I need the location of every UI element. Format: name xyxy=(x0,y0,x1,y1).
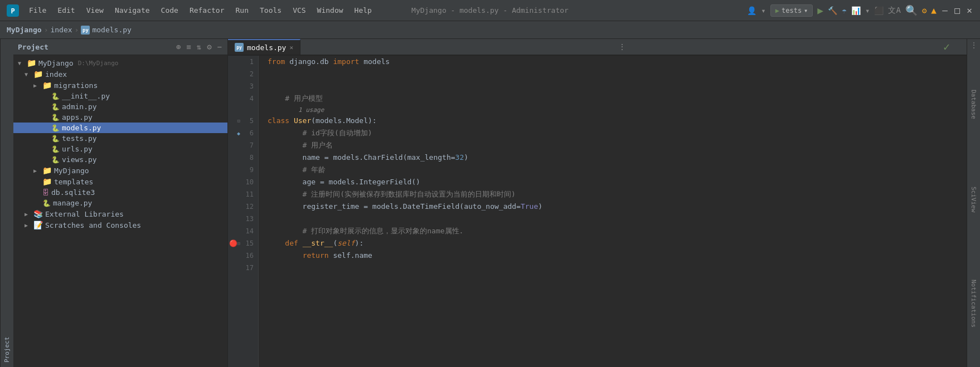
update-icon[interactable]: ▲ xyxy=(931,5,937,16)
tree-item-templates[interactable]: 📁 templates xyxy=(13,176,227,187)
fold-icon[interactable]: ⊟ xyxy=(237,118,240,124)
tree-item-init[interactable]: 🐍 __init__.py xyxy=(13,91,227,101)
maximize-button[interactable]: □ xyxy=(953,7,961,14)
keyword: import xyxy=(333,56,359,68)
code-text: ): xyxy=(355,237,364,249)
menu-window[interactable]: Window xyxy=(313,4,348,17)
builtin-keyword: True xyxy=(521,200,538,213)
run-config-selector[interactable]: ▶ tests ▾ xyxy=(770,4,813,17)
coverage-button[interactable]: ☂ xyxy=(842,6,846,15)
tree-item-manage[interactable]: 🐍 manage.py xyxy=(13,198,227,208)
line-number: 15 xyxy=(242,239,254,247)
code-line-13 xyxy=(268,213,958,225)
menu-file[interactable]: File xyxy=(25,4,51,17)
usage-hint-row: 1 usage xyxy=(268,105,958,115)
code-line-10: age = models.IntegerField() xyxy=(268,176,958,188)
sciview-panel-toggle[interactable]: SciView xyxy=(968,183,979,216)
menu-tools[interactable]: Tools xyxy=(255,4,286,17)
tree-label: MyDjango xyxy=(54,167,89,175)
tab-list-icon[interactable]: ⋮ xyxy=(971,41,977,49)
editor-area: py models.py ✕ ⋮ ✓ 1 2 3 xyxy=(228,39,967,367)
folder-icon: 📁 xyxy=(42,81,52,90)
run-button[interactable]: ▶ xyxy=(817,4,823,16)
folder-icon: 📁 xyxy=(33,70,43,79)
tab-models-py[interactable]: py models.py ✕ xyxy=(228,39,300,55)
tree-item-db[interactable]: 🗄 db.sqlite3 xyxy=(13,187,227,198)
tree-item-models[interactable]: 🐍 models.py xyxy=(13,123,227,133)
profile-button[interactable]: 📊 ▾ xyxy=(851,6,870,15)
comment-text: # id字段(自动增加) xyxy=(268,127,372,139)
tree-item-urls[interactable]: 🐍 urls.py xyxy=(13,144,227,154)
gutter-row-8: 8 xyxy=(228,151,258,164)
breadcrumb-index[interactable]: index xyxy=(50,26,72,34)
window-title: MyDjango - models.py - Administrator xyxy=(411,6,569,14)
line-number: 11 xyxy=(242,190,254,198)
scratch-icon: 📝 xyxy=(33,221,43,229)
tree-item-scratches[interactable]: ▶ 📝 Scratches and Consoles xyxy=(13,219,227,231)
search-everywhere-button[interactable]: 🔍 xyxy=(905,4,918,16)
translate-button[interactable]: 文A xyxy=(888,6,900,16)
tab-close-btn[interactable]: ✕ xyxy=(289,44,293,51)
tree-item-external-libs[interactable]: ▶ 📚 External Libraries xyxy=(13,208,227,219)
code-content[interactable]: from django.db import models # 用户模型 1 us… xyxy=(259,56,967,367)
tree-item-mydjango-sub[interactable]: ▶ 📁 MyDjango xyxy=(13,165,227,176)
comment-text: # 打印对象时展示的信息，显示对象的name属性. xyxy=(268,225,463,237)
tree-label: manage.py xyxy=(53,199,92,207)
breadcrumb-file[interactable]: py models.py xyxy=(81,26,131,35)
line-gutter: 1 2 3 4 ⊟ 5 ◆ xyxy=(228,56,259,367)
tree-item-migrations[interactable]: ▶ 📁 migrations xyxy=(13,80,227,91)
panel-close-btn[interactable]: − xyxy=(216,41,223,52)
breadcrumb-project[interactable]: MyDjango xyxy=(7,26,42,34)
tree-item-views[interactable]: 🐍 views.py xyxy=(13,154,227,165)
panel-add-btn[interactable]: ⊕ xyxy=(175,41,182,52)
libs-icon: 📚 xyxy=(33,209,43,218)
notifications-panel-toggle[interactable]: Notifications xyxy=(968,276,979,331)
tab-file-icon: py xyxy=(235,43,244,52)
minimize-button[interactable]: — xyxy=(941,7,949,14)
menu-help[interactable]: Help xyxy=(350,4,376,17)
menu-run[interactable]: Run xyxy=(231,4,253,17)
settings-button[interactable]: ⚙ xyxy=(922,6,926,15)
menu-code[interactable]: Code xyxy=(157,4,183,17)
breakpoint-icon[interactable]: 🔴 xyxy=(229,239,237,247)
menu-vcs[interactable]: VCS xyxy=(288,4,310,17)
code-text: (models.Model): xyxy=(311,115,376,127)
menu-refactor[interactable]: Refactor xyxy=(185,4,229,17)
build-button[interactable]: 🔨 xyxy=(828,6,837,15)
tree-label: External Libraries xyxy=(45,210,124,218)
line-number: 5 xyxy=(242,117,254,125)
user-icon[interactable]: 👤 ▾ xyxy=(747,6,766,15)
tree-item-admin[interactable]: 🐍 admin.py xyxy=(13,101,227,112)
py-file-icon: 🐍 xyxy=(51,156,60,164)
line-number: 3 xyxy=(242,82,254,90)
tree-item-apps[interactable]: 🐍 apps.py xyxy=(13,112,227,123)
close-button[interactable]: ✕ xyxy=(966,7,973,14)
stop-button[interactable]: ⬛ xyxy=(874,6,884,15)
project-sidebar-toggle[interactable]: Project xyxy=(0,39,13,367)
database-panel-toggle[interactable]: Database xyxy=(968,86,979,123)
menu-view[interactable]: View xyxy=(82,4,108,17)
fold-icon[interactable]: ⊟ xyxy=(237,241,240,246)
file-status-ok: ✓ xyxy=(943,40,950,53)
tree-label: models.py xyxy=(62,124,101,132)
tree-item-index[interactable]: ▼ 📁 index xyxy=(13,68,227,80)
panel-gear-btn[interactable]: ⚙ xyxy=(206,41,212,52)
code-line-4-comment: # 用户模型 xyxy=(268,92,958,105)
tree-item-tests[interactable]: 🐍 tests.py xyxy=(13,133,227,144)
keyword: return xyxy=(303,249,329,262)
panel-collapse-btn[interactable]: ⇅ xyxy=(196,41,202,52)
gutter-row-12: 12 xyxy=(228,200,258,213)
breadcrumb-filename: models.py xyxy=(92,26,131,34)
code-line-9: # 年龄 xyxy=(268,164,958,176)
comment-text: # 用户模型 xyxy=(268,92,323,105)
main-layout: Project Project ⊕ ≡ ⇅ ⚙ − ▼ 📁 MyDjango D… xyxy=(0,39,980,367)
line-number: 2 xyxy=(242,70,254,78)
tree-item-mydjango-root[interactable]: ▼ 📁 MyDjango D:\MyDjango xyxy=(13,57,227,68)
menu-edit[interactable]: Edit xyxy=(53,4,79,17)
code-text: = xyxy=(516,200,521,213)
tab-menu-button[interactable]: ⋮ xyxy=(614,42,630,51)
code-line-17 xyxy=(268,262,958,274)
menu-navigate[interactable]: Navigate xyxy=(110,4,154,17)
panel-locate-btn[interactable]: ≡ xyxy=(185,41,192,52)
code-text: ( xyxy=(333,237,337,249)
